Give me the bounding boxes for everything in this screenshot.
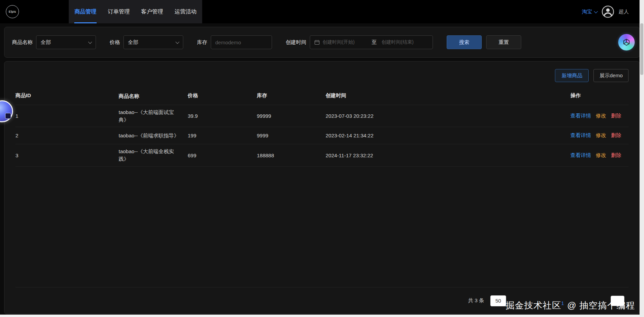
cell-actions: 查看详情 修改 删除	[570, 113, 629, 119]
nav-tab-label: 运营活动	[175, 8, 197, 15]
username-label: 超人	[619, 9, 629, 15]
product-name-label: 商品名称	[12, 39, 33, 46]
column-header-id: 商品ID	[15, 92, 119, 100]
project-select-value: 淘宝	[582, 9, 592, 15]
cell-id: 2	[15, 133, 119, 138]
price-select-value: 全部	[128, 39, 138, 46]
delete-link[interactable]: 删除	[611, 132, 621, 139]
scrollbar-thumb[interactable]	[640, 23, 643, 75]
nav-tab-products[interactable]: 商品管理	[69, 0, 102, 23]
horizontal-scrollbar[interactable]	[0, 315, 640, 317]
cell-name: taobao--《大前端面试宝典》	[119, 109, 188, 124]
user-avatar-icon[interactable]	[602, 5, 614, 18]
navbar-right: 淘宝 超人	[582, 5, 634, 18]
edit-link[interactable]: 修改	[596, 152, 606, 159]
nav-tab-campaigns[interactable]: 运营活动	[169, 0, 202, 23]
cell-stock: 9999	[257, 133, 326, 138]
add-product-button[interactable]: 新增商品	[555, 69, 589, 82]
product-name-select-value: 全部	[41, 39, 51, 46]
show-demo-button[interactable]: 展示demo	[593, 69, 629, 82]
price-label: 价格	[110, 39, 120, 46]
date-start-placeholder: 创建时间(开始)	[320, 39, 370, 45]
delete-link[interactable]: 删除	[611, 113, 621, 119]
date-separator: 至	[370, 39, 379, 46]
watermark-text: 掘金技术社区1 @ 抽空搞个编程	[505, 299, 635, 312]
nav-tab-customers[interactable]: 客户管理	[135, 0, 169, 23]
top-navbar: Elpis 商品管理 订单管理 客户管理 运营活动 淘宝 超人	[0, 0, 644, 23]
filter-product-name: 商品名称 全部	[12, 35, 96, 49]
chevron-down-icon	[88, 40, 92, 44]
filter-create-time: 创建时间 创建时间(开始) 至 创建时间(结束)	[286, 35, 433, 49]
main-nav-tabs: 商品管理 订单管理 客户管理 运营活动	[69, 0, 202, 23]
app-logo-icon: Elpis	[6, 5, 19, 18]
nav-tab-label: 客户管理	[141, 8, 163, 15]
cell-stock: 188888	[257, 152, 326, 158]
filter-price: 价格 全部	[110, 35, 183, 49]
cell-price: 199	[188, 133, 257, 138]
page-size-select[interactable]: 50	[490, 295, 506, 306]
date-range-picker[interactable]: 创建时间(开始) 至 创建时间(结束)	[310, 35, 433, 49]
stock-input[interactable]	[211, 35, 272, 49]
search-button[interactable]: 搜索	[447, 35, 482, 49]
cell-id: 3	[15, 152, 119, 158]
table-header-row: 商品ID 商品名称 价格 库存 创建时间 操作	[15, 89, 629, 105]
view-detail-link[interactable]: 查看详情	[570, 113, 591, 119]
app-logo-text: Elpis	[9, 10, 16, 13]
edit-link[interactable]: 修改	[596, 132, 606, 139]
pagination-total: 共 3 条	[468, 297, 484, 304]
chevron-down-icon	[175, 40, 179, 44]
price-select[interactable]: 全部	[123, 35, 183, 49]
page-root: Elpis 商品管理 订单管理 客户管理 运营活动 淘宝 超人	[0, 0, 644, 317]
watermark-main: 掘金技术社区	[505, 300, 561, 310]
cell-actions: 查看详情 修改 删除	[570, 152, 629, 159]
cell-price: 39.9	[188, 113, 257, 119]
filter-bar: 商品名称 全部 价格 全部 库存 创建时间	[4, 27, 640, 58]
chevron-down-icon	[594, 9, 598, 13]
view-detail-link[interactable]: 查看详情	[570, 152, 591, 159]
stock-label: 库存	[197, 39, 207, 46]
watermark-sup: 1	[561, 301, 564, 306]
column-header-created: 创建时间	[326, 92, 570, 100]
reset-button[interactable]: 重置	[486, 35, 521, 49]
cell-actions: 查看详情 修改 删除	[570, 132, 629, 139]
cell-price: 699	[188, 152, 257, 158]
product-table-panel: 新增商品 展示demo 商品ID 商品名称 价格 库存 创建时间 操作 1 ta…	[4, 61, 640, 314]
delete-link[interactable]: 删除	[611, 152, 621, 159]
cell-created: 2023-02-14 21:34:22	[326, 133, 570, 138]
column-header-price: 价格	[188, 92, 257, 100]
filter-stock: 库存	[197, 35, 272, 49]
product-table: 商品ID 商品名称 价格 库存 创建时间 操作 1 taobao--《大前端面试…	[15, 89, 629, 167]
project-select[interactable]: 淘宝	[582, 9, 597, 15]
nav-tab-label: 订单管理	[108, 8, 130, 15]
table-row: 2 taobao--《前端求职指导》 199 9999 2023-02-14 2…	[15, 127, 629, 144]
column-header-stock: 库存	[257, 92, 326, 100]
cell-name: taobao--《前端求职指导》	[119, 132, 188, 139]
watermark-suffix: @ 抽空搞个编程	[564, 300, 635, 310]
theme-sphere-icon[interactable]	[618, 34, 635, 50]
calendar-icon	[314, 39, 320, 45]
nav-tab-label: 商品管理	[75, 8, 97, 15]
product-name-select[interactable]: 全部	[36, 35, 96, 49]
table-row: 3 taobao--《大前端全栈实践》 699 188888 2024-11-1…	[15, 144, 629, 167]
table-row: 1 taobao--《大前端面试宝典》 39.9 99999 2023-07-0…	[15, 105, 629, 127]
date-end-placeholder: 创建时间(结束)	[379, 39, 429, 45]
cell-created: 2024-11-17 23:32:22	[326, 152, 570, 158]
column-header-name: 商品名称	[119, 92, 188, 100]
create-time-label: 创建时间	[286, 39, 306, 46]
cell-created: 2023-07-03 20:23:22	[326, 113, 570, 119]
cell-name: taobao--《大前端全栈实践》	[119, 148, 188, 163]
cell-id: 1	[15, 113, 119, 119]
table-toolbar: 新增商品 展示demo	[15, 69, 629, 82]
view-detail-link[interactable]: 查看详情	[570, 132, 591, 139]
cell-stock: 99999	[257, 113, 326, 119]
nav-tab-orders[interactable]: 订单管理	[102, 0, 135, 23]
edit-link[interactable]: 修改	[596, 113, 606, 119]
vertical-scrollbar[interactable]	[640, 0, 644, 317]
column-header-actions: 操作	[570, 92, 629, 100]
